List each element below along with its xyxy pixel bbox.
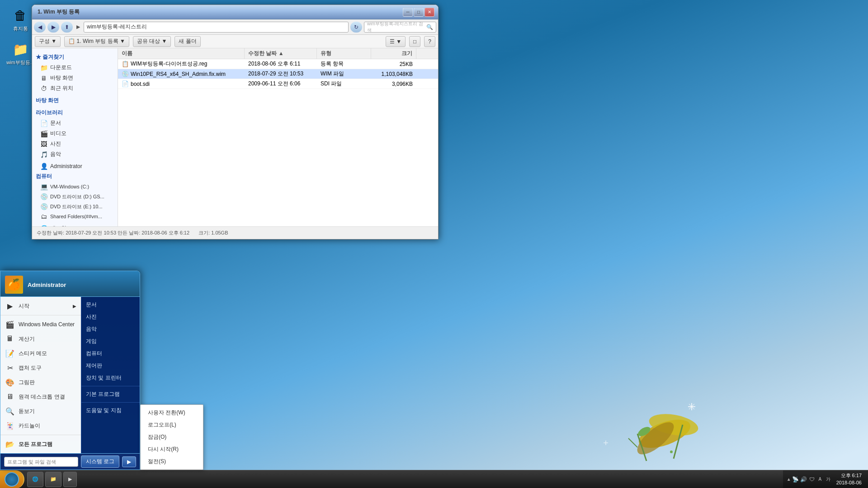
sidebar-item-desktop[interactable]: 🖥 바탕 화면 [32, 73, 118, 83]
start-menu-item-rdp[interactable]: 🖥 원격 데스크톱 연결 [0, 389, 81, 404]
forward-button[interactable]: ▶ [47, 22, 59, 33]
arrow-button[interactable]: ▶ [122, 456, 136, 467]
wim-file-name: Win10PE_RS4_x64_SH_Admin.fix.wim [131, 71, 226, 77]
start-menu-item-sticky[interactable]: 📝 스티커 메모 [0, 346, 81, 361]
back-button[interactable]: ◀ [34, 22, 46, 33]
taskbar-item-explorer[interactable]: 📁 [45, 472, 61, 487]
preview-button[interactable]: □ [409, 36, 420, 47]
maximize-button[interactable]: □ [414, 8, 424, 17]
tray-sound-icon[interactable]: 🔊 [800, 476, 807, 483]
library-section: 라이브러리 📄 문서 🎬 비디오 🖼 사진 🎵 [32, 108, 118, 160]
start-menu-item-start[interactable]: ▶ 시작 ▶ [0, 299, 81, 313]
right-menu-divider-2 [81, 402, 140, 403]
paint-icon: 🎨 [5, 377, 15, 387]
syslog-button[interactable]: 시스템 로그 [81, 455, 119, 468]
start-search-input[interactable] [4, 457, 78, 467]
refresh-button[interactable]: ↻ [350, 22, 362, 33]
video-icon: 🎬 [40, 130, 47, 137]
right-menu-devices[interactable]: 장치 및 프린터 [81, 372, 140, 384]
tray-security-icon[interactable]: 🛡 [808, 476, 816, 483]
sidebar-item-docs[interactable]: 📄 문서 [32, 118, 118, 128]
right-menu-control[interactable]: 제어판 [81, 360, 140, 372]
col-size-header[interactable]: 크기 [371, 48, 416, 59]
status-size-info: 크기: 1.05GB [198, 230, 228, 236]
taskbar-item-ie[interactable]: 🌐 [27, 472, 43, 487]
right-menu-docs[interactable]: 문서 [81, 299, 140, 311]
start-menu-item-snipping[interactable]: ✂ 캡처 도구 [0, 361, 81, 375]
right-menu-games[interactable]: 게임 [81, 335, 140, 347]
right-menu-default[interactable]: 기본 프로그램 [81, 388, 140, 400]
close-button[interactable]: ✕ [425, 8, 434, 17]
taskbar-items: 🌐 📁 ▶ [26, 470, 783, 488]
right-menu-music[interactable]: 음악 [81, 323, 140, 335]
tray-clock[interactable]: 오후 6:17 2018-08-06 [834, 472, 864, 486]
col-type-header[interactable]: 유형 [317, 48, 371, 59]
recent-icon: ⏱ [40, 85, 47, 92]
start-menu-item-magnifier[interactable]: 🔍 돋보기 [0, 404, 81, 418]
col-date-header[interactable]: 수정한 날짜 ▲ [245, 48, 317, 59]
right-menu-help[interactable]: 도움말 및 지침 [81, 404, 140, 417]
all-programs-button[interactable]: 📂 모든 프로그램 [0, 437, 81, 451]
start-button[interactable] [0, 470, 24, 488]
minimize-button[interactable]: ─ [403, 8, 413, 17]
sidebar-item-recent[interactable]: ⏱ 최근 위치 [32, 83, 118, 94]
up-button[interactable]: ⬆ [61, 22, 73, 33]
tray-network-icon[interactable]: 📡 [792, 476, 799, 483]
sidebar-item-admin[interactable]: 👤 Administrator [32, 161, 118, 171]
taskbar-item-wmp[interactable]: ▶ [63, 472, 77, 487]
desktop-icon: 🖥 [40, 75, 47, 82]
ctx-switch-user[interactable]: 사용자 전환(W) [141, 407, 203, 419]
tray-expand-icon[interactable]: ▲ [787, 477, 791, 482]
ctx-logoff[interactable]: 로그오프(L) [141, 419, 203, 431]
computer-header[interactable]: 컴퓨터 [32, 171, 118, 182]
search-box[interactable]: wim부팅등록-레지스트리 검색 🔍 [364, 22, 436, 33]
view-button[interactable]: ☰ ▼ [386, 36, 406, 47]
address-path[interactable]: wim부팅등록-레지스트리 [84, 22, 349, 33]
sidebar-item-photos[interactable]: 🖼 사진 [32, 139, 118, 149]
start-menu-item-paint[interactable]: 🎨 그림판 [0, 375, 81, 389]
favorites-header[interactable]: ★ 즐겨찾기 [32, 52, 118, 62]
calc-icon: 🖩 [5, 334, 15, 344]
shared-icon: 🗂 [40, 213, 47, 220]
sidebar-item-e-drive[interactable]: 💿 DVD 드라이브 (E:) 10... [32, 202, 118, 211]
sidebar-item-network[interactable]: 🌐 네트워크 [32, 223, 118, 226]
start-menu-top: 🍊 Administrator [0, 271, 140, 297]
file-row-wim[interactable]: 💿 Win10PE_RS4_x64_SH_Admin.fix.wim 2018-… [118, 69, 438, 79]
library-header[interactable]: 라이브러리 [32, 108, 118, 118]
tray-ime-icon[interactable]: 가 [825, 476, 832, 483]
right-menu-photos[interactable]: 사진 [81, 311, 140, 323]
help-button[interactable]: ? [424, 36, 435, 47]
file-row-sdi[interactable]: 📄 boot.sdi 2009-06-11 오전 6:06 SDI 파일 3,0… [118, 79, 438, 89]
ctx-restart[interactable]: 다시 시작(R) [141, 443, 203, 455]
sidebar-item-shared[interactable]: 🗂 Shared Folders(##vm... [32, 211, 118, 221]
address-bar: ◀ ▶ ⬆ ▶ wim부팅등록-레지스트리 ↻ wim부팅등록-레지스트리 검색… [32, 19, 438, 35]
ctx-sleep[interactable]: 절전(S) [141, 455, 203, 468]
wim-boot-button[interactable]: 📋 1. Wim 부팅 등록 ▼ [64, 36, 129, 47]
sidebar-item-video[interactable]: 🎬 비디오 [32, 128, 118, 139]
reg-file-date: 2018-08-06 오후 6:11 [245, 59, 317, 69]
user-avatar: 🍊 [5, 276, 23, 294]
window-controls: ─ □ ✕ [403, 8, 434, 17]
sidebar-item-music[interactable]: 🎵 음악 [32, 149, 118, 160]
file-row-reg[interactable]: 📋 WIM부팅등록-다이어트성공.reg 2018-08-06 오후 6:11 … [118, 59, 438, 69]
share-button[interactable]: 공유 대상 ▼ [133, 36, 171, 47]
start-arrow-icon: ▶ [5, 301, 15, 311]
explorer-window: 1. Wim 부팅 등록 ─ □ ✕ ◀ ▶ ⬆ ▶ wim부팅등록-레지스트리… [32, 5, 439, 239]
ctx-lock[interactable]: 잠금(O) [141, 431, 203, 443]
rdp-icon: 🖥 [5, 392, 15, 402]
tray-lang-icon[interactable]: A [816, 476, 824, 483]
ie-icon: 🌐 [32, 476, 38, 482]
right-menu-computer[interactable]: 컴퓨터 [81, 347, 140, 360]
col-name-header[interactable]: 이름 [118, 48, 245, 59]
new-folder-button[interactable]: 새 폴더 [175, 36, 200, 47]
start-menu-item-wmc[interactable]: 🎬 Windows Media Center [0, 317, 81, 332]
clock-time: 오후 6:17 [836, 472, 862, 479]
start-menu-item-solitaire[interactable]: 🃏 카드놀이 [0, 418, 81, 433]
sidebar-item-c-drive[interactable]: 💻 VM-Windows (C:) [32, 182, 118, 192]
desktop-header[interactable]: 바탕 화면 [32, 95, 118, 106]
start-menu-item-calc[interactable]: 🖩 계산기 [0, 332, 81, 346]
sidebar-item-downloads[interactable]: 📁 다운로드 [32, 62, 118, 73]
svg-point-7 [670, 450, 673, 453]
sidebar-item-d-drive[interactable]: 💿 DVD 드라이브 (D:) GS... [32, 192, 118, 202]
organize-button[interactable]: 구성 ▼ [35, 36, 61, 47]
